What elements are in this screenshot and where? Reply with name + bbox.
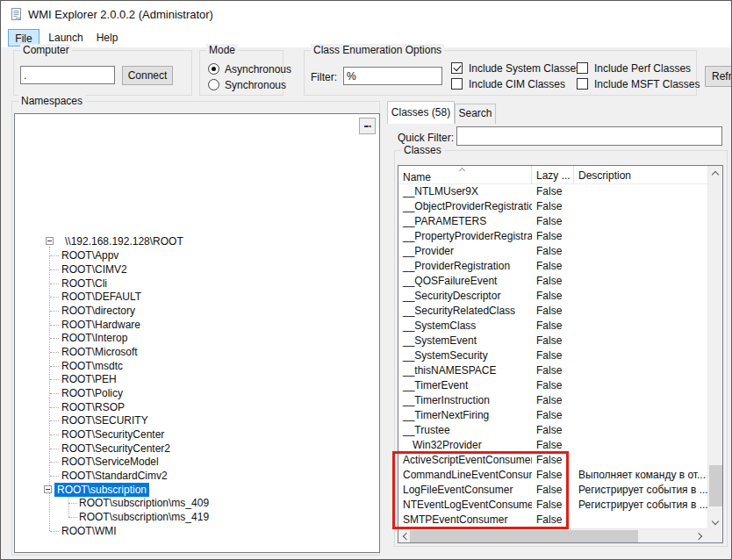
tree-collapse-icon[interactable] xyxy=(46,237,54,245)
quick-filter-input[interactable] xyxy=(456,126,722,146)
class-description-cell xyxy=(574,259,707,274)
tree-node[interactable]: ROOT\RSOP xyxy=(15,400,379,414)
horizontal-scrollbar-thumb[interactable] xyxy=(410,530,638,542)
tree-node[interactable]: ROOT\PEH xyxy=(15,373,379,387)
table-row[interactable]: LogFileEventConsumerFalseРегистрирует со… xyxy=(398,483,707,498)
refresh-button[interactable]: Refresh xyxy=(705,66,732,87)
scroll-up-icon[interactable] xyxy=(708,166,723,181)
table-row[interactable]: __SystemSecurityFalse xyxy=(398,348,707,363)
table-row[interactable]: __thisNAMESPACEFalse xyxy=(398,363,707,378)
tree-collapse-icon[interactable] xyxy=(44,485,52,493)
tree-node[interactable]: ROOT\subscription\ms_409 xyxy=(15,497,379,511)
table-row[interactable]: NTEventLogEventConsumerFalseРегистрирует… xyxy=(398,498,707,513)
table-row[interactable]: __SystemClassFalse xyxy=(398,319,707,334)
class-name-cell: __SecurityDescriptor xyxy=(398,289,532,304)
checkbox-include-perf-classes[interactable] xyxy=(577,62,588,74)
table-row[interactable]: __TimerInstructionFalse xyxy=(398,393,707,408)
table-row[interactable]: __SecurityRelatedClassFalse xyxy=(398,304,707,319)
table-row[interactable]: __PARAMETERSFalse xyxy=(398,214,707,229)
tree-node[interactable]: ROOT\ServiceModel xyxy=(15,456,379,470)
class-description-cell xyxy=(574,363,707,378)
tree-node[interactable]: ROOT\SecurityCenter xyxy=(15,427,379,442)
vertical-scrollbar[interactable] xyxy=(707,166,722,528)
tree-node[interactable]: ROOT\directory xyxy=(15,304,379,318)
quick-filter-label: Quick Filter: xyxy=(398,132,454,144)
table-row[interactable]: __ProviderRegistrationFalse xyxy=(398,259,707,274)
class-lazy-cell: False xyxy=(532,348,574,363)
class-name-cell: __TimerEvent xyxy=(398,378,532,393)
table-row[interactable]: CommandLineEventConsumerFalseВыполняет к… xyxy=(398,468,707,483)
classes-table: Name Lazy ... Description __NTLMUser9XFa… xyxy=(398,165,723,543)
tree-node[interactable]: ROOT\Microsoft xyxy=(15,345,379,359)
table-row[interactable]: __QOSFailureEventFalse xyxy=(398,274,707,289)
connect-button[interactable]: Connect xyxy=(122,66,173,85)
tree-connector-stub xyxy=(50,462,59,463)
tree-connector-stub xyxy=(50,269,59,270)
tree-node[interactable]: ROOT\Policy xyxy=(15,386,379,400)
tree-node[interactable]: \\192.168.192.128\ROOT xyxy=(15,234,379,248)
table-row[interactable]: __PropertyProviderRegistrat...False xyxy=(398,229,707,244)
tree-connector-stub xyxy=(50,393,59,394)
tab-search[interactable]: Search xyxy=(455,104,496,124)
table-row[interactable]: __SecurityDescriptorFalse xyxy=(398,289,707,304)
scroll-right-icon[interactable] xyxy=(693,529,707,542)
table-row[interactable]: __NTLMUser9XFalse xyxy=(398,184,707,199)
table-row[interactable]: __TrusteeFalse xyxy=(398,423,707,438)
table-row[interactable]: SMTPEventConsumerFalse xyxy=(398,513,707,528)
checkbox-include-system-classes[interactable] xyxy=(451,62,463,74)
title-bar: WMI Explorer 2.0.0.2 (Administrator) xyxy=(1,1,731,27)
tree-node[interactable]: ROOT\Cli xyxy=(15,276,379,291)
class-description-cell: Выполняет команду в от... xyxy=(574,468,707,483)
class-description-cell xyxy=(574,244,707,259)
vertical-scrollbar-thumb[interactable] xyxy=(709,465,722,506)
class-name-cell: __SecurityRelatedClass xyxy=(398,304,532,319)
tree-connector-stub xyxy=(50,407,59,408)
tree-node[interactable]: ROOT\CIMV2 xyxy=(15,262,379,276)
tree-node[interactable]: ROOT\Appv xyxy=(15,249,379,263)
table-row[interactable]: __ProviderFalse xyxy=(398,244,707,259)
tree-node[interactable]: ROOT\WMI xyxy=(15,524,379,538)
tree-node-label: ROOT\Microsoft xyxy=(59,345,140,359)
class-name-cell: __ProviderRegistration xyxy=(398,259,532,274)
tree-node-label: ROOT\WMI xyxy=(59,524,119,538)
radio-asynchronous[interactable] xyxy=(208,63,219,75)
tree-node[interactable]: ROOT\Interop xyxy=(15,332,379,346)
tree-node[interactable]: ROOT\SecurityCenter2 xyxy=(15,442,379,456)
tree-node[interactable]: ROOT\StandardCimv2 xyxy=(15,469,379,483)
table-row[interactable]: __TimerEventFalse xyxy=(398,378,707,393)
tree-node[interactable]: ROOT\subscription\ms_419 xyxy=(15,510,379,524)
checkbox-include-msft-classes[interactable] xyxy=(577,78,588,90)
tree-node[interactable]: ROOT\Hardware xyxy=(15,318,379,332)
class-lazy-cell: False xyxy=(532,214,574,229)
scroll-down-icon[interactable] xyxy=(708,513,723,528)
column-header-description[interactable]: Description xyxy=(574,166,707,184)
class-description-cell xyxy=(574,289,707,304)
menu-item-help[interactable]: Help xyxy=(90,29,124,47)
class-lazy-cell: False xyxy=(532,184,574,199)
namespace-tree[interactable]: \\192.168.192.128\ROOTROOT\AppvROOT\CIMV… xyxy=(14,113,380,553)
table-row[interactable]: __ObjectProviderRegistrationFalse xyxy=(398,199,707,214)
radio-synchronous[interactable] xyxy=(208,79,219,90)
horizontal-scrollbar[interactable] xyxy=(398,528,707,542)
class-description-cell xyxy=(574,199,707,214)
tab-classes[interactable]: Classes (58) xyxy=(387,101,455,124)
column-header-name[interactable]: Name xyxy=(398,166,532,184)
tree-node[interactable]: ROOT\DEFAULT xyxy=(15,291,379,305)
tree-corner-button[interactable] xyxy=(359,118,376,134)
class-lazy-cell: False xyxy=(532,319,574,334)
tree-node[interactable]: ROOT\SECURITY xyxy=(15,414,379,428)
tree-node[interactable]: ROOT\msdtc xyxy=(15,359,379,373)
table-row[interactable]: ActiveScriptEventConsumerFalse xyxy=(398,453,707,468)
class-lazy-cell: False xyxy=(532,393,574,408)
tree-node[interactable]: ROOT\subscription xyxy=(15,483,379,497)
class-description-cell xyxy=(574,304,707,319)
filter-input[interactable] xyxy=(343,67,442,85)
table-row[interactable]: Win32ProviderFalse xyxy=(398,438,707,453)
table-row[interactable]: __TimerNextFiringFalse xyxy=(398,408,707,423)
tree-node-label: ROOT\SecurityCenter2 xyxy=(59,442,173,456)
column-header-lazy[interactable]: Lazy ... xyxy=(532,166,574,184)
table-row[interactable]: __SystemEventFalse xyxy=(398,334,707,348)
checkbox-include-cim-classes[interactable] xyxy=(451,78,463,90)
class-lazy-cell: False xyxy=(532,483,574,498)
computer-input[interactable] xyxy=(20,66,115,84)
